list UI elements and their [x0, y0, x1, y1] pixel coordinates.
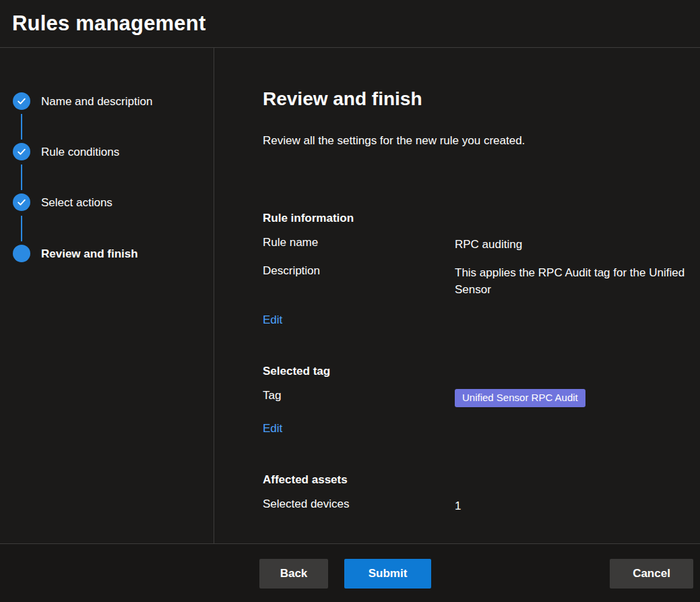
step-complete-check-icon [13, 92, 30, 110]
step-label: Review and finish [41, 245, 138, 263]
row-label: Description [263, 264, 455, 299]
row-value: RPC auditing [455, 236, 522, 253]
section-affected-assets: Affected assets Selected devices 1 [263, 473, 687, 515]
section-selected-tag: Selected tag Tag Unified Sensor RPC Audi… [263, 365, 687, 435]
row-value: 1 [455, 498, 461, 515]
edit-rule-information-link[interactable]: Edit [263, 313, 282, 327]
wizard-footer: Back Submit Cancel [0, 543, 700, 602]
step-label: Name and description [41, 92, 152, 111]
cancel-button[interactable]: Cancel [610, 559, 693, 589]
review-panel: Review and finish Review all the setting… [214, 48, 700, 543]
wizard-body: Name and description Rule conditions Sel… [0, 48, 700, 543]
review-row-description: Description This applies the RPC Audit t… [263, 264, 687, 299]
section-rule-information: Rule information Rule name RPC auditing … [263, 212, 687, 327]
review-subtitle: Review all the settings for the new rule… [263, 134, 687, 148]
page-header: Rules management [0, 0, 700, 48]
review-title: Review and finish [263, 88, 687, 110]
section-heading: Selected tag [263, 365, 687, 378]
step-connector [21, 216, 22, 241]
edit-selected-tag-link[interactable]: Edit [263, 422, 282, 435]
stepper-step-review-finish[interactable]: Review and finish [13, 245, 214, 263]
review-row-selected-devices: Selected devices 1 [263, 498, 687, 515]
step-complete-check-icon [13, 193, 30, 211]
stepper-step-name-description[interactable]: Name and description [13, 92, 214, 111]
step-label: Rule conditions [41, 143, 119, 161]
step-current-dot-icon [13, 245, 30, 262]
row-label: Rule name [263, 236, 455, 253]
row-value: This applies the RPC Audit tag for the U… [455, 264, 687, 299]
section-heading: Affected assets [263, 473, 687, 487]
wizard-stepper: Name and description Rule conditions Sel… [0, 48, 214, 543]
section-heading: Rule information [263, 212, 687, 225]
step-connector [21, 164, 22, 190]
row-label: Tag [263, 389, 455, 407]
review-row-rule-name: Rule name RPC auditing [263, 236, 687, 253]
stepper-step-select-actions[interactable]: Select actions [13, 193, 214, 212]
row-label: Selected devices [263, 498, 455, 515]
step-complete-check-icon [13, 143, 30, 160]
page-title: Rules management [12, 11, 205, 36]
review-row-tag: Tag Unified Sensor RPC Audit [263, 389, 687, 407]
step-connector [21, 114, 22, 140]
stepper-step-rule-conditions[interactable]: Rule conditions [13, 143, 214, 161]
tag-badge: Unified Sensor RPC Audit [455, 389, 585, 407]
submit-button[interactable]: Submit [344, 559, 431, 589]
step-label: Select actions [41, 193, 113, 212]
back-button[interactable]: Back [259, 559, 328, 589]
